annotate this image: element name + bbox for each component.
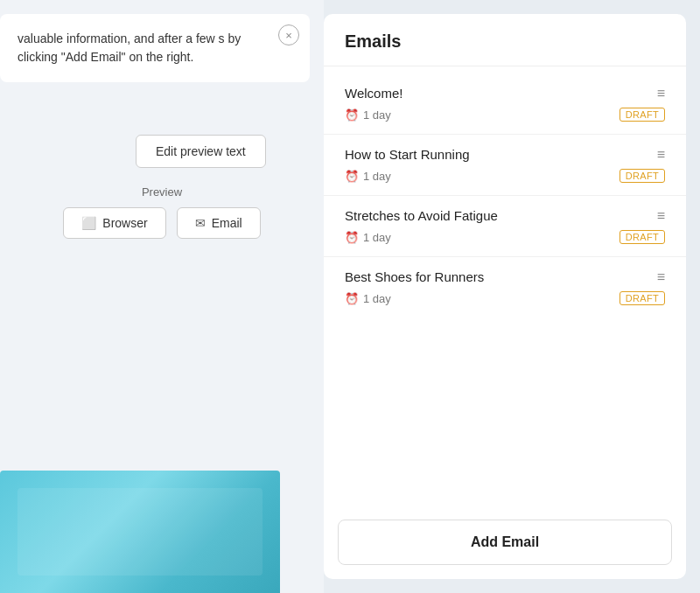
email-list: Welcome! ≡ ⏰ 1 day DRAFT How to Start Ru… <box>324 66 686 513</box>
image-preview <box>0 471 280 593</box>
email-menu-icon[interactable]: ≡ <box>657 148 665 162</box>
clock-icon: ⏰ <box>345 231 359 244</box>
draft-badge: DRAFT <box>620 169 665 183</box>
email-label: Email <box>212 216 242 230</box>
browser-label: Browser <box>102 216 147 230</box>
draft-badge: DRAFT <box>620 108 665 122</box>
close-button[interactable]: × <box>278 24 299 45</box>
preview-label: Preview <box>0 185 324 199</box>
email-menu-icon[interactable]: ≡ <box>657 270 665 284</box>
edit-preview-text-button[interactable]: Edit preview text <box>136 135 266 168</box>
email-menu-icon[interactable]: ≡ <box>657 87 665 101</box>
email-list-item[interactable]: How to Start Running ≡ ⏰ 1 day DRAFT <box>324 135 686 196</box>
clock-icon: ⏰ <box>345 108 359 122</box>
right-panel: Emails Welcome! ≡ ⏰ 1 day DRAFT How to S… <box>324 0 700 593</box>
email-timing-text: 1 day <box>363 292 391 305</box>
emails-title: Emails <box>345 31 665 52</box>
email-list-item[interactable]: Welcome! ≡ ⏰ 1 day DRAFT <box>324 73 686 135</box>
draft-badge: DRAFT <box>620 230 665 244</box>
browser-icon: ⬜ <box>81 216 96 230</box>
email-timing-text: 1 day <box>363 170 391 183</box>
email-list-item[interactable]: Stretches to Avoid Fatigue ≡ ⏰ 1 day DRA… <box>324 196 686 257</box>
email-timing-text: 1 day <box>363 231 391 244</box>
email-title: Stretches to Avoid Fatigue <box>345 208 498 223</box>
add-email-button[interactable]: Add Email <box>338 520 672 565</box>
browser-preview-button[interactable]: ⬜ Browser <box>63 207 165 239</box>
info-card: × valuable information, and after a few … <box>0 14 310 82</box>
email-title: Welcome! <box>345 86 402 101</box>
clock-icon: ⏰ <box>345 292 359 305</box>
draft-badge: DRAFT <box>620 291 665 305</box>
email-menu-icon[interactable]: ≡ <box>657 209 665 223</box>
emails-card: Emails Welcome! ≡ ⏰ 1 day DRAFT How to S… <box>324 14 686 579</box>
email-timing: ⏰ 1 day <box>345 292 391 305</box>
email-title: How to Start Running <box>345 147 470 162</box>
left-panel: × valuable information, and after a few … <box>0 0 324 593</box>
email-title: Best Shoes for Runners <box>345 269 484 284</box>
email-timing: ⏰ 1 day <box>345 231 391 244</box>
email-timing: ⏰ 1 day <box>345 170 391 183</box>
email-icon: ✉ <box>195 216 206 230</box>
email-preview-button[interactable]: ✉ Email <box>177 207 261 239</box>
info-card-text: valuable information, and after a few s … <box>18 30 292 66</box>
emails-header: Emails <box>324 14 686 66</box>
email-timing: ⏰ 1 day <box>345 108 391 122</box>
email-list-item[interactable]: Best Shoes for Runners ≡ ⏰ 1 day DRAFT <box>324 257 686 317</box>
preview-buttons: ⬜ Browser ✉ Email <box>0 207 324 239</box>
clock-icon: ⏰ <box>345 170 359 183</box>
email-timing-text: 1 day <box>363 108 391 122</box>
